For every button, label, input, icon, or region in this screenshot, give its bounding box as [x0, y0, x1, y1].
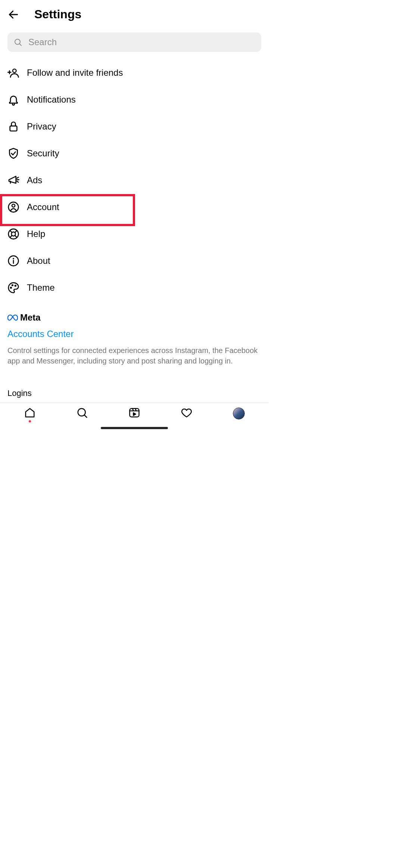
meta-logo: Meta — [7, 312, 261, 323]
accounts-center-description: Control settings for connected experienc… — [7, 345, 261, 366]
meta-brand-text: Meta — [20, 312, 41, 323]
settings-item-label: Security — [27, 148, 59, 159]
svg-rect-26 — [130, 409, 139, 417]
svg-line-16 — [10, 235, 12, 237]
notification-dot — [29, 420, 31, 422]
meta-infinity-icon — [7, 314, 18, 321]
settings-item-security[interactable]: Security — [7, 140, 261, 167]
settings-item-help[interactable]: Help — [7, 221, 261, 247]
svg-point-11 — [12, 204, 15, 207]
search-input[interactable]: Search — [7, 32, 261, 52]
settings-item-label: Account — [27, 202, 59, 212]
palette-icon — [7, 282, 19, 294]
settings-item-theme[interactable]: Theme — [7, 274, 261, 301]
heart-icon — [181, 407, 192, 420]
nav-activity[interactable] — [181, 408, 193, 419]
home-indicator — [101, 427, 168, 429]
settings-item-label: Help — [27, 229, 45, 239]
svg-line-15 — [15, 235, 17, 237]
lifebuoy-icon — [7, 228, 19, 240]
svg-line-14 — [10, 231, 12, 232]
page-title: Settings — [34, 7, 81, 21]
settings-item-ads[interactable]: Ads — [7, 167, 261, 194]
settings-item-privacy[interactable]: Privacy — [7, 113, 261, 140]
nav-search[interactable] — [76, 408, 88, 419]
settings-item-about[interactable]: About — [7, 247, 261, 274]
logins-section-title: Logins — [0, 388, 269, 398]
settings-item-label: Theme — [27, 282, 55, 293]
settings-item-label: Follow and invite friends — [27, 68, 123, 78]
search-icon — [76, 407, 88, 420]
svg-point-20 — [13, 258, 13, 259]
shield-check-icon — [7, 147, 19, 159]
svg-line-25 — [84, 415, 87, 417]
settings-list: Follow and invite friends Notifications … — [0, 59, 269, 301]
svg-line-2 — [19, 44, 21, 46]
svg-line-17 — [15, 231, 17, 232]
user-circle-icon — [7, 201, 19, 213]
svg-line-9 — [17, 181, 18, 182]
megaphone-icon — [7, 174, 19, 186]
nav-home[interactable] — [24, 408, 36, 419]
svg-marker-30 — [134, 413, 136, 416]
home-icon — [24, 407, 35, 420]
settings-item-label: About — [27, 256, 50, 266]
svg-line-7 — [17, 177, 18, 178]
search-icon — [13, 38, 22, 47]
nav-reels[interactable] — [128, 408, 140, 419]
settings-item-notifications[interactable]: Notifications — [7, 86, 261, 113]
info-icon — [7, 255, 19, 267]
back-arrow-icon[interactable] — [7, 9, 19, 21]
bell-icon — [7, 94, 19, 106]
settings-item-label: Privacy — [27, 121, 56, 132]
lock-icon — [7, 121, 19, 132]
add-person-icon — [7, 67, 19, 79]
meta-section: Meta Accounts Center Control settings fo… — [0, 301, 269, 388]
svg-point-3 — [13, 69, 16, 72]
svg-point-21 — [10, 287, 12, 288]
profile-avatar — [233, 408, 245, 419]
svg-rect-6 — [10, 126, 17, 131]
reels-icon — [129, 407, 140, 420]
svg-point-23 — [15, 285, 16, 286]
settings-item-label: Notifications — [27, 94, 76, 105]
settings-item-follow-invite[interactable]: Follow and invite friends — [7, 59, 261, 86]
accounts-center-link[interactable]: Accounts Center — [7, 329, 261, 339]
nav-profile[interactable] — [233, 408, 245, 419]
header: Settings — [0, 0, 269, 29]
settings-item-label: Ads — [27, 175, 42, 185]
bottom-nav — [0, 403, 269, 422]
settings-item-account[interactable]: Account — [7, 194, 261, 221]
svg-point-22 — [12, 285, 13, 286]
search-placeholder: Search — [28, 37, 57, 47]
